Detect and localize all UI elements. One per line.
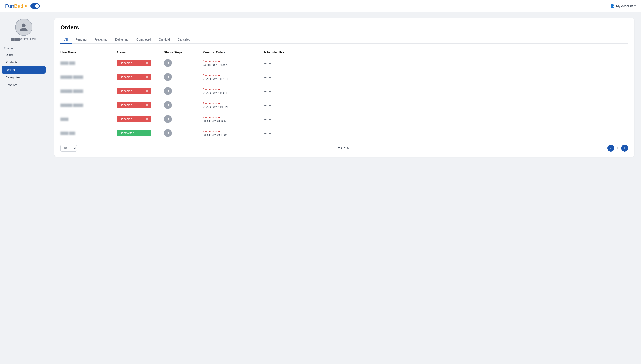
- step-arrow-button[interactable]: ➜: [164, 87, 172, 95]
- cell-status: Canceled ✕: [117, 88, 164, 94]
- date-relative: 4 months ago: [203, 116, 263, 119]
- cell-creation-date: 4 months ago 13 Jul 2024 20:14:07: [203, 130, 263, 136]
- username-text: ██████ █████: [61, 104, 83, 107]
- tab-onhold[interactable]: On Hold: [155, 36, 174, 44]
- cell-status-steps: ➜: [164, 129, 203, 137]
- status-badge: Canceled ✕: [117, 88, 151, 94]
- col-username: User Name: [61, 51, 117, 54]
- next-page-button[interactable]: ›: [621, 145, 628, 152]
- main-layout: █████@furrbud.com Content Users Products…: [0, 12, 641, 364]
- cell-status: Completed: [117, 130, 164, 136]
- cell-scheduled-for: No date: [263, 103, 628, 107]
- cell-username: ████: [61, 117, 117, 121]
- cell-creation-date: 3 months ago 01 Aug 2024 11:20:48: [203, 88, 263, 94]
- date-relative: 3 months ago: [203, 102, 263, 105]
- avatar-icon: [19, 22, 29, 32]
- tab-preparing[interactable]: Preparing: [90, 36, 111, 44]
- username-text: ████ ███: [61, 132, 75, 135]
- logo-area: FurrBud ✳: [5, 3, 40, 9]
- tab-delivering[interactable]: Delivering: [111, 36, 133, 44]
- sidebar-item-products[interactable]: Products: [2, 59, 46, 66]
- username-text: ██████ █████: [61, 90, 83, 93]
- pagination-controls: ‹ 1 ›: [607, 145, 628, 152]
- table-row: ██████ █████ Canceled ✕ ➜ 3 months ago 0…: [61, 84, 628, 98]
- status-badge: Canceled ✕: [117, 102, 151, 108]
- step-arrow-button[interactable]: ➜: [164, 129, 172, 137]
- tab-completed[interactable]: Completed: [133, 36, 155, 44]
- page-title: Orders: [61, 24, 628, 31]
- chevron-down-icon: ▾: [634, 4, 636, 8]
- cell-scheduled-for: No date: [263, 117, 628, 121]
- account-menu[interactable]: 👤 My Account ▾: [610, 4, 636, 8]
- scheduled-for-value: No date: [263, 132, 273, 135]
- sidebar-item-categories[interactable]: Categories: [2, 74, 46, 81]
- col-status-steps: Status Steps: [164, 51, 203, 54]
- badge-close-icon: ✕: [146, 76, 148, 78]
- date-absolute: 01 Aug 2024 11:17:27: [203, 106, 263, 108]
- date-absolute: 01 Aug 2024 11:24:14: [203, 78, 263, 80]
- status-label: Completed: [120, 131, 134, 135]
- pagination-info: 1 to 6 of 6: [336, 146, 349, 150]
- table-row: ██████ █████ Canceled ✕ ➜ 3 months ago 0…: [61, 98, 628, 112]
- cell-username: ██████ █████: [61, 103, 117, 107]
- account-icon: 👤: [610, 4, 615, 8]
- account-label: My Account: [616, 4, 633, 8]
- badge-close-icon: ✕: [146, 62, 148, 64]
- order-tabs: All Pending Preparing Delivering Complet…: [61, 36, 628, 44]
- status-badge: Canceled ✕: [117, 60, 151, 66]
- cell-creation-date: 3 months ago 01 Aug 2024 11:17:27: [203, 102, 263, 108]
- cell-scheduled-for: No date: [263, 75, 628, 79]
- cell-status-steps: ➜: [164, 115, 203, 123]
- status-label: Canceled: [120, 75, 132, 79]
- table-header: User Name Status Status Steps Creation D…: [61, 48, 628, 56]
- cell-status: Canceled ✕: [117, 74, 164, 80]
- step-arrow-button[interactable]: ➜: [164, 73, 172, 81]
- col-status: Status: [117, 51, 164, 54]
- badge-close-icon: ✕: [146, 104, 148, 106]
- cell-username: ██████ █████: [61, 75, 117, 79]
- cell-status-steps: ➜: [164, 73, 203, 81]
- scheduled-for-value: No date: [263, 104, 273, 107]
- table-row: ████ ███ Canceled ✕ ➜ 1 months ago 23 Se…: [61, 56, 628, 70]
- current-page: 1: [616, 146, 619, 150]
- sidebar: █████@furrbud.com Content Users Products…: [0, 12, 48, 364]
- top-nav: FurrBud ✳ 👤 My Account ▾: [0, 0, 641, 12]
- tab-pending[interactable]: Pending: [72, 36, 90, 44]
- avatar: [15, 18, 32, 36]
- sidebar-item-orders[interactable]: Orders: [2, 66, 46, 74]
- tab-all[interactable]: All: [61, 36, 72, 44]
- table-row: ████ Canceled ✕ ➜ 4 months ago 18 Jul 20…: [61, 112, 628, 126]
- table-row: ████ ███ Completed ➜ 4 months ago 13 Jul…: [61, 126, 628, 140]
- sidebar-item-users[interactable]: Users: [2, 51, 46, 58]
- col-scheduled-for: Scheduled For: [263, 51, 628, 54]
- cell-scheduled-for: No date: [263, 61, 628, 65]
- scheduled-for-value: No date: [263, 90, 273, 93]
- cell-username: ████ ███: [61, 61, 117, 65]
- step-arrow-button[interactable]: ➜: [164, 101, 172, 109]
- date-relative: 3 months ago: [203, 88, 263, 91]
- cell-status: Canceled ✕: [117, 60, 164, 66]
- cell-status: Canceled ✕: [117, 102, 164, 108]
- date-absolute: 13 Jul 2024 20:14:07: [203, 134, 263, 136]
- status-label: Canceled: [120, 117, 132, 121]
- date-relative: 3 months ago: [203, 74, 263, 77]
- tab-canceled[interactable]: Canceled: [174, 36, 194, 44]
- cell-status-steps: ➜: [164, 59, 203, 67]
- cell-creation-date: 3 months ago 01 Aug 2024 11:24:14: [203, 74, 263, 80]
- cell-scheduled-for: No date: [263, 89, 628, 93]
- sort-icon: ▼: [223, 51, 226, 54]
- status-label: Canceled: [120, 103, 132, 107]
- avatar-section: █████@furrbud.com: [0, 16, 47, 45]
- sidebar-item-features[interactable]: Features: [2, 81, 46, 89]
- prev-page-button[interactable]: ‹: [607, 145, 614, 152]
- theme-toggle[interactable]: [31, 4, 40, 9]
- step-arrow-button[interactable]: ➜: [164, 115, 172, 123]
- step-arrow-button[interactable]: ➜: [164, 59, 172, 67]
- status-badge: Canceled ✕: [117, 74, 151, 80]
- scheduled-for-value: No date: [263, 118, 273, 121]
- col-creation-date[interactable]: Creation Date ▼: [203, 51, 263, 54]
- badge-close-icon: ✕: [146, 90, 148, 92]
- date-relative: 4 months ago: [203, 130, 263, 133]
- page-size-select[interactable]: 10 25 50: [61, 145, 77, 152]
- scheduled-for-value: No date: [263, 62, 273, 65]
